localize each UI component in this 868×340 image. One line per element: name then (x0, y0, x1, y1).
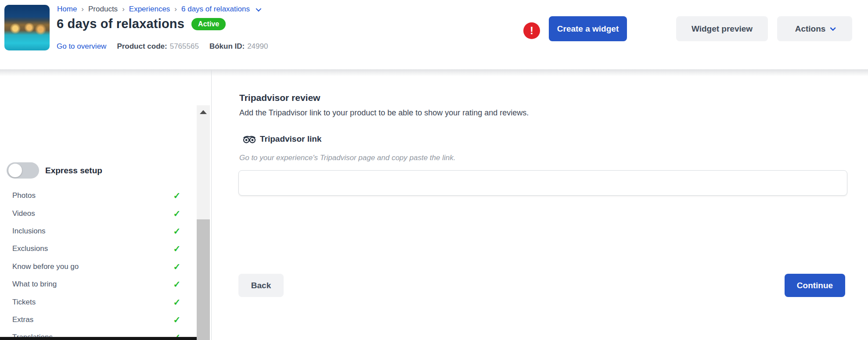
check-icon (173, 190, 181, 201)
product-info-row: Go to overview Product code:5765565 Bóku… (57, 42, 268, 51)
bokun-id-value: 24990 (247, 42, 268, 50)
item-status (172, 226, 182, 236)
back-button[interactable]: Back (238, 274, 284, 297)
sidebar-scrollbar-thumb[interactable] (197, 219, 210, 340)
sidebar-item[interactable]: Inclusions (0, 222, 197, 240)
sidebar-item-label: Videos (12, 209, 35, 218)
product-thumbnail[interactable] (4, 5, 50, 50)
express-setup-label: Express setup (45, 166, 102, 175)
widget-preview-button[interactable]: Widget preview (676, 16, 768, 41)
sidebar-item-label: Exclusions (12, 244, 48, 253)
check-icon (173, 315, 181, 325)
sidebar-item[interactable]: Tickets (0, 293, 197, 311)
item-status (172, 261, 182, 272)
create-widget-button[interactable]: Create a widget (549, 16, 627, 41)
sidebar-item-label: Tickets (12, 298, 36, 307)
app-window: Home Products Experiences 6 days of rela… (0, 0, 868, 340)
sidebar-item[interactable]: Videos (0, 204, 197, 222)
sidebar-item-label: Know before you go (12, 262, 79, 271)
section-description: Add the Tripadvisor link to your product… (239, 108, 529, 118)
product-header: Home Products Experiences 6 days of rela… (0, 0, 868, 69)
breadcrumb-home[interactable]: Home (57, 5, 77, 14)
sidebar-item[interactable]: Photos (0, 187, 197, 204)
sidebar-item-label: What to bring (12, 280, 57, 289)
sidebar-divider (211, 70, 212, 340)
bokun-id: Bókun ID:24990 (209, 42, 268, 51)
sidebar-item-label: Photos (12, 191, 36, 200)
actions-button[interactable]: Actions (777, 16, 852, 41)
tripadvisor-link-label-text: Tripadvisor link (260, 134, 321, 144)
check-icon (173, 261, 181, 272)
section-heading: Tripadvisor review (239, 93, 320, 103)
breadcrumb-separator-icon (81, 5, 84, 14)
item-status (172, 315, 182, 325)
sidebar-item[interactable]: Extras (0, 311, 197, 329)
title-row: 6 days of relaxations Active (57, 17, 226, 31)
breadcrumb-experiences[interactable]: Experiences (129, 5, 170, 14)
actions-button-label: Actions (795, 24, 826, 34)
check-icon (173, 226, 181, 236)
chevron-down-icon (830, 25, 836, 31)
sidebar-item-label: Extras (12, 315, 33, 324)
breadcrumb: Home Products Experiences 6 days of rela… (57, 5, 260, 14)
tripadvisor-icon (243, 135, 256, 143)
item-status (172, 279, 182, 290)
setup-sidebar: Express setup Photos Videos Inclusions E… (0, 76, 211, 340)
product-code: Product code:5765565 (117, 42, 198, 51)
alert-icon[interactable] (523, 22, 540, 39)
breadcrumb-separator-icon (174, 5, 177, 14)
sidebar-item[interactable]: What to bring (0, 276, 197, 293)
check-icon (173, 243, 181, 254)
express-setup-row: Express setup (7, 162, 102, 179)
page-title: 6 days of relaxations (57, 17, 184, 31)
tripadvisor-link-input[interactable] (238, 170, 847, 196)
tripadvisor-link-hint: Go to your experience's Tripadvisor page… (239, 154, 455, 162)
sidebar-item[interactable]: Know before you go (0, 258, 197, 276)
status-badge: Active (191, 18, 226, 30)
item-status (172, 190, 182, 201)
item-status (172, 208, 182, 219)
sidebar-item[interactable]: Exclusions (0, 240, 197, 258)
product-code-label: Product code: (117, 42, 167, 50)
scroll-up-icon[interactable] (200, 110, 207, 114)
chevron-down-icon[interactable] (256, 6, 262, 11)
express-setup-toggle[interactable] (7, 162, 39, 179)
tripadvisor-link-label: Tripadvisor link (239, 134, 321, 144)
check-icon (173, 208, 181, 219)
toggle-knob (8, 164, 22, 177)
header-divider (0, 69, 868, 76)
item-status (172, 297, 182, 308)
go-to-overview-link[interactable]: Go to overview (57, 42, 106, 51)
sidebar-item-label: Inclusions (12, 227, 46, 236)
breadcrumb-separator-icon (122, 5, 125, 14)
bottom-edge (0, 337, 197, 340)
sidebar-nav: Photos Videos Inclusions Exclusions Know (0, 187, 197, 340)
product-code-value: 5765565 (170, 42, 199, 50)
breadcrumb-current-product[interactable]: 6 days of relaxations (181, 5, 250, 14)
check-icon (173, 279, 181, 290)
continue-button[interactable]: Continue (785, 274, 845, 297)
item-status (172, 243, 182, 254)
bokun-id-label: Bókun ID: (209, 42, 245, 50)
breadcrumb-products[interactable]: Products (88, 5, 118, 14)
check-icon (173, 297, 181, 308)
